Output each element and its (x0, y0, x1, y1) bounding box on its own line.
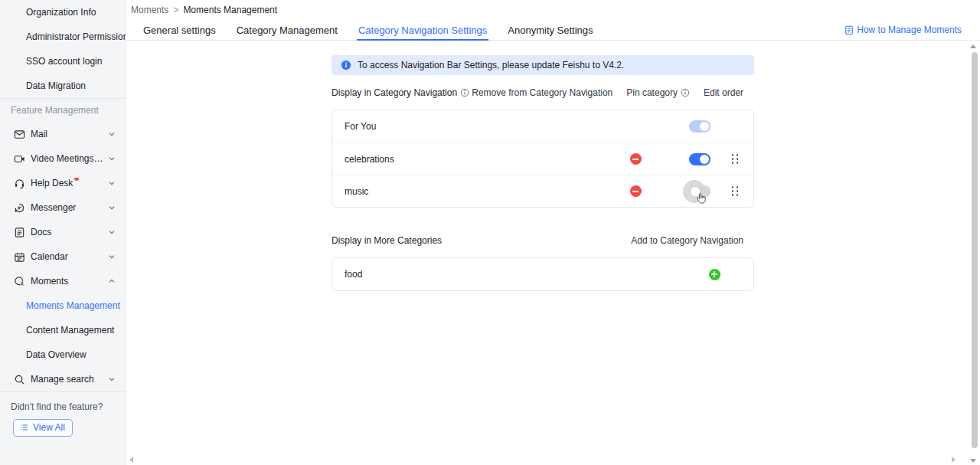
breadcrumb-current: Moments Management (183, 5, 277, 15)
view-all-label: View All (33, 422, 65, 433)
doc-guide-icon (844, 25, 854, 35)
sidebar-item-messenger[interactable]: Messenger (0, 195, 126, 220)
headset-icon (13, 177, 25, 189)
sidebar-item-label: Docs (31, 227, 104, 237)
more-categories-list: food (332, 257, 754, 291)
sidebar-item-data-migration[interactable]: Data Migration (0, 74, 126, 98)
sidebar-subitem-content-management[interactable]: Content Management (0, 318, 126, 342)
chevron-down-icon (107, 178, 116, 188)
tab-content: To access Navigation Bar Settings, pleas… (126, 41, 980, 464)
sidebar-subitem-moments-management[interactable]: Moments Management (0, 293, 126, 318)
category-name: For You (345, 121, 376, 132)
admin-sidebar: Organization Info Administrator Permissi… (0, 0, 126, 465)
col-edit-order-label: Edit order (704, 87, 743, 98)
sidebar-item-organization-info[interactable]: Organization Info (0, 0, 126, 25)
chevron-down-icon (107, 252, 116, 261)
scrollbar-down-arrow[interactable] (970, 459, 976, 463)
chevron-down-icon (107, 129, 116, 139)
chat-bubble-icon (13, 201, 25, 214)
col-pin-label: Pin category (626, 87, 678, 98)
sidebar-item-calendar[interactable]: Calendar (0, 244, 126, 269)
sidebar-item-label: Moments (31, 276, 104, 287)
pin-toggle (689, 120, 710, 133)
info-tooltip-icon[interactable] (460, 88, 469, 97)
breadcrumb-parent[interactable]: Moments (131, 5, 168, 15)
breadcrumb-separator: > (173, 5, 178, 15)
scrollbar-up-arrow[interactable] (970, 44, 976, 48)
category-row-food: food (332, 258, 753, 290)
scrollbar-right-arrow[interactable] (952, 457, 956, 463)
info-icon (341, 60, 351, 70)
info-tooltip-icon[interactable] (681, 88, 690, 97)
sidebar-footer-question: Didn't find the feature? (11, 401, 126, 412)
chevron-up-icon (107, 277, 116, 286)
video-camera-icon (13, 152, 25, 165)
category-navigation-list: For You celebrations (332, 110, 754, 208)
sidebar-item-label: Help Desk (31, 178, 104, 188)
tab-category-navigation-settings[interactable]: Category Navigation Settings (358, 20, 487, 40)
remove-minus-icon[interactable] (630, 185, 642, 197)
more-section-header: Display in More Categories Add to Catego… (332, 233, 754, 248)
list-icon (20, 423, 29, 432)
sidebar-item-sso-account-login[interactable]: SSO account login (0, 49, 126, 74)
chevron-down-icon (107, 154, 116, 163)
notification-dot (74, 178, 79, 181)
breadcrumb: Moments > Moments Management (126, 0, 980, 20)
tab-category-management[interactable]: Category Management (237, 20, 338, 40)
how-to-manage-moments-link[interactable]: How to Manage Moments (844, 25, 962, 35)
sidebar-section-label: Feature Management (0, 99, 126, 122)
tab-anonymity-settings[interactable]: Anonymity Settings (508, 20, 593, 40)
category-name: food (345, 269, 362, 280)
col-remove-label: Remove from Category Navigation (472, 87, 612, 98)
chevron-down-icon (107, 203, 116, 212)
add-plus-icon[interactable] (709, 269, 720, 280)
drag-handle-icon[interactable] (732, 154, 739, 164)
main-panel: Moments > Moments Management General set… (126, 0, 980, 465)
chevron-down-icon (107, 228, 116, 237)
category-row-celebrations: celebrations (332, 142, 753, 175)
help-link-label: How to Manage Moments (857, 25, 962, 35)
moments-icon (13, 275, 25, 287)
chevron-down-icon (107, 375, 116, 384)
scrollbar-left-arrow[interactable] (129, 457, 133, 463)
sidebar-item-label: Video Meetings & Liv... (31, 153, 104, 164)
tab-bar: General settings Category Management Cat… (126, 20, 980, 41)
nav-section-header: Display in Category Navigation Remove fr… (332, 85, 754, 100)
sidebar-subitem-data-overview[interactable]: Data Overview (0, 342, 126, 367)
sidebar-divider (0, 391, 126, 392)
sidebar-item-label: Manage search (31, 374, 104, 385)
view-all-button[interactable]: View All (13, 419, 73, 437)
sidebar-item-video-meetings[interactable]: Video Meetings & Liv... (0, 146, 126, 171)
search-icon (13, 373, 25, 385)
mail-icon (13, 128, 25, 140)
sidebar-item-manage-search[interactable]: Manage search (0, 367, 126, 391)
category-row-for-you: For You (332, 110, 753, 142)
sidebar-item-moments[interactable]: Moments (0, 269, 126, 293)
info-banner: To access Navigation Bar Settings, pleas… (332, 55, 754, 75)
calendar-icon (13, 251, 25, 263)
nav-section-title: Display in Category Navigation (332, 87, 457, 98)
tab-general-settings[interactable]: General settings (143, 20, 216, 40)
sidebar-item-label: Mail (31, 129, 104, 139)
remove-minus-icon[interactable] (630, 153, 642, 165)
sidebar-item-label: Calendar (31, 251, 104, 262)
col-add-label: Add to Category Navigation (631, 235, 743, 246)
vertical-scrollbar-thumb[interactable] (972, 52, 978, 448)
more-section-title: Display in More Categories (332, 235, 442, 246)
sidebar-item-docs[interactable]: Docs (0, 220, 126, 244)
pin-toggle[interactable] (689, 153, 710, 165)
sidebar-item-administrator-permissions[interactable]: Administrator Permissions (0, 25, 126, 49)
drag-handle-icon[interactable] (732, 186, 739, 196)
pin-toggle[interactable] (689, 185, 710, 198)
category-name: celebrations (345, 154, 394, 165)
banner-text: To access Navigation Bar Settings, pleas… (358, 60, 624, 70)
category-row-music: music (332, 175, 753, 207)
sidebar-item-mail[interactable]: Mail (0, 122, 126, 146)
sidebar-item-help-desk[interactable]: Help Desk (0, 171, 126, 195)
sidebar-item-label: Messenger (31, 202, 104, 213)
document-icon (13, 226, 25, 238)
category-name: music (345, 186, 368, 197)
